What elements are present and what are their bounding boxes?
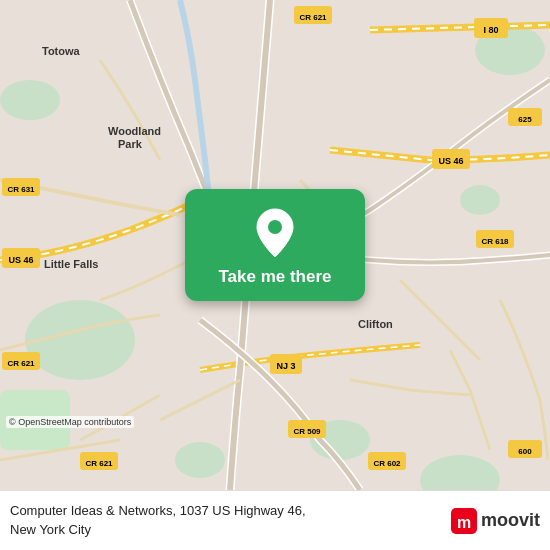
- svg-text:NJ 3: NJ 3: [276, 361, 295, 371]
- svg-text:CR 621: CR 621: [299, 13, 327, 22]
- moovit-icon: m: [451, 508, 477, 534]
- svg-text:CR 621: CR 621: [85, 459, 113, 468]
- svg-text:600: 600: [518, 447, 532, 456]
- svg-text:Woodland: Woodland: [108, 125, 161, 137]
- svg-text:625: 625: [518, 115, 532, 124]
- attribution-text: © OpenStreetMap contributors: [9, 417, 131, 427]
- moovit-text: moovit: [481, 510, 540, 531]
- svg-text:CR 618: CR 618: [481, 237, 509, 246]
- svg-text:I 80: I 80: [483, 25, 498, 35]
- location-pin-icon: [253, 207, 297, 259]
- attribution: © OpenStreetMap contributors: [6, 416, 134, 428]
- bottom-bar: Computer Ideas & Networks, 1037 US Highw…: [0, 490, 550, 550]
- moovit-logo: m moovit: [451, 508, 540, 534]
- svg-text:CR 621: CR 621: [7, 359, 35, 368]
- svg-text:Totowa: Totowa: [42, 45, 81, 57]
- map-container: Totowa Woodland Park Little Falls Clifto…: [0, 0, 550, 490]
- svg-text:US 46: US 46: [438, 156, 463, 166]
- svg-text:US 46: US 46: [8, 255, 33, 265]
- svg-point-5: [175, 442, 225, 478]
- location-line1: Computer Ideas & Networks, 1037 US Highw…: [10, 503, 306, 518]
- svg-text:Clifton: Clifton: [358, 318, 393, 330]
- svg-point-44: [268, 220, 282, 234]
- button-overlay: Take me there: [185, 189, 365, 301]
- svg-text:CR 602: CR 602: [373, 459, 401, 468]
- svg-text:Little Falls: Little Falls: [44, 258, 98, 270]
- svg-point-8: [460, 185, 500, 215]
- take-me-there-card[interactable]: Take me there: [185, 189, 365, 301]
- svg-text:m: m: [457, 514, 471, 531]
- svg-point-6: [0, 80, 60, 120]
- location-text: Computer Ideas & Networks, 1037 US Highw…: [10, 502, 443, 538]
- svg-text:CR 631: CR 631: [7, 185, 35, 194]
- location-line2: New York City: [10, 522, 91, 537]
- svg-text:CR 509: CR 509: [293, 427, 321, 436]
- svg-text:Park: Park: [118, 138, 143, 150]
- take-me-there-button[interactable]: Take me there: [218, 267, 331, 287]
